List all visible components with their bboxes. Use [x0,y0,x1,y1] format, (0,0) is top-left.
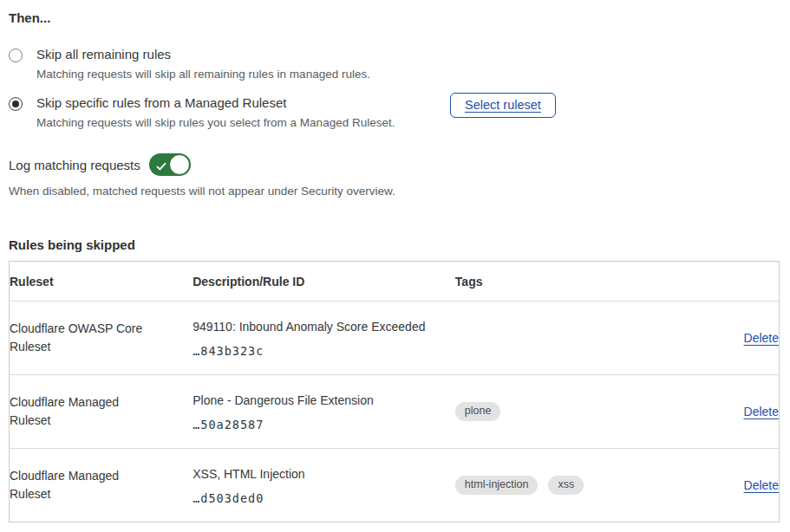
option-skip-all-label[interactable]: Skip all remaining rules [36,46,431,63]
log-matching-row: Log matching requests [9,153,781,176]
delete-rule-link[interactable]: Delete [744,478,779,492]
then-heading: Then... [9,10,781,25]
skipped-rules-table: Ruleset Description/Rule ID Tags Cloudfl… [9,261,780,522]
tags-cell: plone [455,402,646,421]
column-header-actions [646,262,780,302]
log-matching-label: Log matching requests [9,158,140,172]
tags-cell: html-injection xss [455,476,646,495]
rule-id: …d503ded0 [193,491,455,505]
rule-description: 949110: Inbound Anomaly Score Exceeded [193,319,455,335]
rule-id: …50a28587 [193,418,455,431]
rules-being-skipped-title: Rules being skipped [9,237,781,252]
ruleset-name: Cloudflare Managed Ruleset [10,393,148,430]
option-skip-specific-label[interactable]: Skip specific rules from a Managed Rules… [36,94,431,112]
rule-description: Plone - Dangerous File Extension [193,393,455,409]
delete-rule-link[interactable]: Delete [744,331,779,345]
ruleset-name: Cloudflare OWASP Core Ruleset [10,320,148,356]
column-header-tags: Tags [455,262,646,302]
radio-selected-icon[interactable] [9,97,23,111]
table-row: Cloudflare Managed Ruleset Plone - Dange… [10,375,780,449]
rule-description: XSS, HTML Injection [193,466,455,483]
radio-option-skip-all: Skip all remaining rules Matching reques… [9,46,781,82]
log-matching-toggle[interactable] [149,153,191,176]
ruleset-name: Cloudflare Managed Ruleset [10,467,148,503]
option-skip-specific-description: Matching requests will skip rules you se… [36,115,431,131]
table-row: Cloudflare OWASP Core Ruleset 949110: In… [10,302,780,375]
table-header-row: Ruleset Description/Rule ID Tags [10,262,780,302]
column-header-ruleset: Ruleset [10,262,193,302]
select-ruleset-button[interactable]: Select ruleset [450,93,556,118]
radio-unselected-icon[interactable] [9,49,23,62]
check-icon [156,159,166,175]
waf-skip-rule-config: Then... Skip all remaining rules Matchin… [0,0,790,522]
table-row: Cloudflare Managed Ruleset XSS, HTML Inj… [10,449,780,522]
option-skip-all-description: Matching requests will skip all remainin… [36,67,431,82]
tag-badge: html-injection [455,476,539,495]
rule-id: …843b323c [193,344,455,358]
column-header-description: Description/Rule ID [193,262,455,302]
toggle-knob [169,154,190,175]
tag-badge: xss [548,476,584,495]
radio-option-skip-specific: Skip specific rules from a Managed Rules… [9,94,781,131]
log-matching-description: When disabled, matched requests will not… [9,184,781,199]
tag-badge: plone [455,402,501,421]
delete-rule-link[interactable]: Delete [744,405,779,418]
